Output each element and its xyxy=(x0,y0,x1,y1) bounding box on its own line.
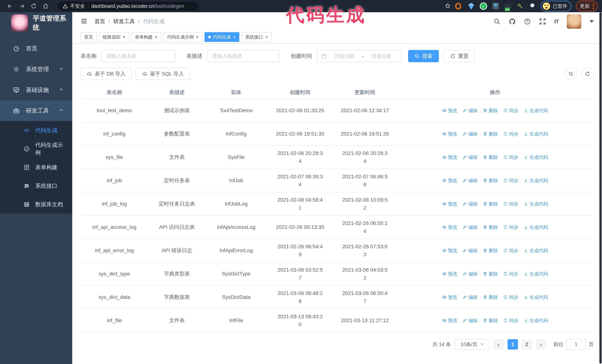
sidebar-item-系统接口[interactable]: 系统接口 xyxy=(0,177,72,195)
sidebar-item-研发工具[interactable]: 研发工具 xyxy=(0,100,72,121)
breadcrumb-home[interactable]: 首页 xyxy=(95,18,105,25)
sidebar-item-系统管理[interactable]: 系统管理 xyxy=(0,59,72,80)
generate-code-link[interactable]: 生成代码 xyxy=(524,294,548,301)
delete-link[interactable]: 删除 xyxy=(483,247,498,254)
help-icon[interactable] xyxy=(524,18,531,25)
page-size-select[interactable]: 10条/页 xyxy=(455,339,490,350)
preview-link[interactable]: 预览 xyxy=(442,224,457,231)
tab-代码生成[interactable]: 代码生成× xyxy=(204,32,239,42)
sync-link[interactable]: 同步 xyxy=(503,247,518,254)
import-sql-button[interactable]: 基于 SQL 导入 xyxy=(136,68,190,80)
generate-code-link[interactable]: 生成代码 xyxy=(524,200,548,208)
delete-link[interactable]: 删除 xyxy=(483,154,498,161)
breadcrumb-dev-tools[interactable]: 研发工具 xyxy=(113,18,135,25)
preview-link[interactable]: 预览 xyxy=(442,294,457,301)
close-tab-icon[interactable]: × xyxy=(233,35,236,39)
tab-链路追踪[interactable]: 链路追踪× xyxy=(99,32,129,42)
edit-link[interactable]: 编辑 xyxy=(462,177,478,184)
edit-link[interactable]: 编辑 xyxy=(462,200,478,208)
ext-on-toggle-icon[interactable]: on xyxy=(504,2,512,10)
sidebar-item-数据库文档[interactable]: 数据库文档 xyxy=(0,195,72,214)
preview-link[interactable]: 预览 xyxy=(442,107,457,114)
generate-code-link[interactable]: 生成代码 xyxy=(524,154,548,161)
toggle-search-button[interactable] xyxy=(565,68,577,80)
close-tab-icon[interactable]: × xyxy=(123,35,125,39)
edit-link[interactable]: 编辑 xyxy=(462,154,478,161)
preview-link[interactable]: 预览 xyxy=(442,247,457,254)
app-logo-row[interactable]: 芋道管理系统 xyxy=(0,12,72,34)
delete-link[interactable]: 删除 xyxy=(483,270,498,278)
ext-orange-badge-icon[interactable]: 1 xyxy=(455,2,463,10)
sidebar-item-表单构建[interactable]: 表单构建 xyxy=(0,158,72,177)
avatar-caret-icon[interactable] xyxy=(589,20,594,23)
preview-link[interactable]: 预览 xyxy=(442,317,457,324)
edit-link[interactable]: 编辑 xyxy=(462,270,478,278)
sync-link[interactable]: 同步 xyxy=(503,130,518,137)
sync-link[interactable]: 同步 xyxy=(503,317,518,324)
sync-link[interactable]: 同步 xyxy=(503,224,518,231)
date-range-picker[interactable]: 开始日期 - 结束日期 xyxy=(317,50,402,62)
ext-green-check-icon[interactable]: ✓ xyxy=(480,2,487,10)
tab-系统接口[interactable]: 系统接口× xyxy=(242,32,271,42)
fullscreen-icon[interactable] xyxy=(539,18,546,25)
security-warning[interactable]: 不安全 xyxy=(63,3,85,10)
header-search-icon[interactable] xyxy=(494,18,501,25)
preview-link[interactable]: 预览 xyxy=(442,270,457,278)
ext-gray-tiles-icon[interactable] xyxy=(492,2,500,10)
delete-link[interactable]: 删除 xyxy=(483,177,498,184)
reload-icon[interactable] xyxy=(30,2,38,10)
delete-link[interactable]: 删除 xyxy=(483,294,498,301)
generate-code-link[interactable]: 生成代码 xyxy=(524,130,548,137)
page-button-1[interactable]: 1 xyxy=(507,339,518,350)
tab-表单构建[interactable]: 表单构建× xyxy=(131,32,161,42)
close-tab-icon[interactable]: × xyxy=(196,35,199,39)
window-scrollbar[interactable] xyxy=(599,12,602,364)
sync-link[interactable]: 同步 xyxy=(503,177,518,184)
ext-green-key-icon[interactable] xyxy=(516,2,524,10)
generate-code-link[interactable]: 生成代码 xyxy=(524,247,548,254)
delete-link[interactable]: 删除 xyxy=(483,130,498,137)
edit-link[interactable]: 编辑 xyxy=(462,107,478,114)
generate-code-link[interactable]: 生成代码 xyxy=(524,224,548,231)
table-name-input[interactable] xyxy=(101,50,175,62)
delete-link[interactable]: 删除 xyxy=(483,107,498,114)
forward-icon[interactable] xyxy=(18,2,26,10)
bookmark-star-icon[interactable] xyxy=(445,3,451,10)
refresh-table-button[interactable] xyxy=(581,68,594,80)
jump-page-input[interactable] xyxy=(566,339,586,350)
ext-blue-gem-icon[interactable] xyxy=(467,2,475,10)
font-size-icon[interactable]: tT xyxy=(554,18,559,25)
profile-paused-pill[interactable]: 已暂停 xyxy=(541,1,571,11)
delete-link[interactable]: 删除 xyxy=(483,317,498,324)
sync-link[interactable]: 同步 xyxy=(503,154,518,161)
sync-link[interactable]: 同步 xyxy=(503,294,518,301)
github-icon[interactable] xyxy=(509,18,516,25)
edit-link[interactable]: 编辑 xyxy=(462,247,478,254)
sidebar-item-代码生成示例[interactable]: 代码生成示例 xyxy=(0,140,72,158)
close-tab-icon[interactable]: × xyxy=(155,35,157,39)
reset-button[interactable]: 重置 xyxy=(444,50,475,62)
browser-menu-icon[interactable] xyxy=(593,3,594,9)
sidebar-item-首页[interactable]: 首页 xyxy=(0,38,72,59)
delete-link[interactable]: 删除 xyxy=(483,224,498,231)
tab-代码生成示例[interactable]: 代码生成示例× xyxy=(163,32,202,42)
back-icon[interactable] xyxy=(6,2,14,10)
search-button[interactable]: 搜索 xyxy=(408,50,439,62)
preview-link[interactable]: 预览 xyxy=(442,177,457,184)
edit-link[interactable]: 编辑 xyxy=(462,130,478,137)
edit-link[interactable]: 编辑 xyxy=(462,224,478,231)
generate-code-link[interactable]: 生成代码 xyxy=(524,317,548,324)
tab-首页[interactable]: 首页 xyxy=(80,32,97,42)
user-avatar[interactable] xyxy=(567,14,581,29)
home-icon[interactable] xyxy=(42,2,50,10)
close-tab-icon[interactable]: × xyxy=(265,35,268,39)
generate-code-link[interactable]: 生成代码 xyxy=(524,270,548,278)
sync-link[interactable]: 同步 xyxy=(503,107,518,114)
sync-link[interactable]: 同步 xyxy=(503,200,518,208)
sidebar-item-代码生成[interactable]: 代码生成 xyxy=(0,121,72,140)
generate-code-link[interactable]: 生成代码 xyxy=(524,107,548,114)
hamburger-icon[interactable] xyxy=(80,17,88,26)
extensions-puzzle-icon[interactable] xyxy=(528,2,536,10)
delete-link[interactable]: 删除 xyxy=(483,200,498,208)
generate-code-link[interactable]: 生成代码 xyxy=(524,177,548,184)
